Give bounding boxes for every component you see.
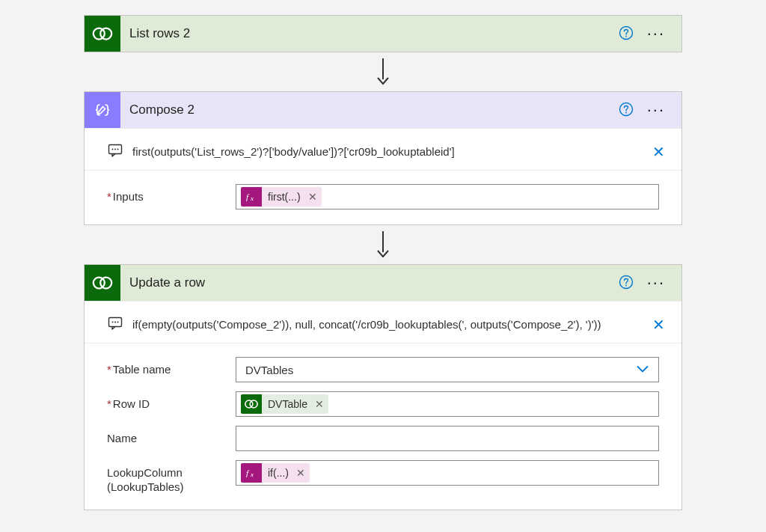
dataverse-icon: [241, 394, 262, 414]
field-label: Inputs: [107, 184, 227, 204]
comment-icon: [107, 142, 123, 161]
comment-text: first(outputs('List_rows_2')?['body/valu…: [132, 145, 643, 158]
svg-point-17: [625, 284, 627, 286]
name-field[interactable]: [236, 426, 659, 451]
help-icon[interactable]: [619, 25, 634, 43]
step-list-rows: List rows 2 ···: [84, 15, 682, 52]
lookup-field[interactable]: fx if(...) ✕: [236, 460, 659, 486]
svg-point-3: [625, 35, 627, 37]
remove-token-icon[interactable]: ✕: [313, 398, 328, 410]
select-value: DVTables: [245, 364, 293, 376]
token-expression[interactable]: fx if(...) ✕: [241, 463, 310, 483]
token-label: if(...): [262, 465, 295, 481]
table-name-select[interactable]: DVTables: [236, 357, 659, 382]
field-label: LookupColumn (LookupTables): [107, 460, 227, 495]
svg-point-20: [114, 322, 116, 323]
svg-point-10: [117, 149, 119, 150]
step-title: List rows 2: [120, 26, 619, 41]
field-name: Name: [85, 421, 681, 456]
token-expression[interactable]: fx first(...) ✕: [241, 187, 322, 207]
fx-icon: fx: [241, 463, 262, 483]
close-icon[interactable]: ✕: [652, 316, 665, 334]
remove-token-icon[interactable]: ✕: [295, 467, 310, 479]
svg-text:x: x: [250, 471, 254, 478]
step-header[interactable]: Compose 2 ···: [85, 92, 681, 128]
svg-point-1: [100, 28, 111, 40]
token-label: first(...): [262, 189, 307, 205]
field-row-id: Row ID DVTable ✕: [85, 387, 681, 421]
help-icon[interactable]: [619, 102, 634, 119]
help-icon[interactable]: [619, 275, 634, 292]
inputs-field[interactable]: fx first(...) ✕: [236, 184, 659, 210]
more-menu[interactable]: ···: [647, 25, 665, 42]
dataverse-icon: [85, 16, 120, 52]
more-menu[interactable]: ···: [647, 102, 665, 118]
svg-point-15: [100, 278, 111, 289]
field-label: Row ID: [107, 391, 227, 412]
more-menu[interactable]: ···: [647, 275, 665, 291]
step-compose: Compose 2 ··· first(outputs('List_rows_2…: [84, 91, 682, 225]
comment-row: first(outputs('List_rows_2')?['body/valu…: [85, 136, 681, 171]
field-lookup-column: LookupColumn (LookupTables) fx if(...) ✕: [85, 456, 681, 499]
svg-point-23: [250, 400, 257, 408]
svg-point-9: [114, 149, 116, 150]
step-title: Update a row: [120, 275, 619, 290]
svg-text:f: f: [246, 468, 250, 477]
field-label: Table name: [107, 357, 227, 377]
svg-point-8: [112, 149, 114, 150]
row-id-field[interactable]: DVTable ✕: [236, 391, 659, 417]
field-inputs: Inputs fx first(...) ✕: [85, 180, 681, 214]
token-dataverse[interactable]: DVTable ✕: [241, 394, 328, 414]
svg-text:x: x: [250, 195, 254, 202]
svg-point-6: [625, 111, 627, 113]
svg-point-21: [117, 322, 119, 323]
field-table-name: Table name DVTables: [85, 352, 681, 387]
step-header[interactable]: Update a row ···: [85, 265, 681, 301]
close-icon[interactable]: ✕: [652, 143, 665, 161]
fx-icon: fx: [241, 187, 262, 207]
svg-text:f: f: [246, 192, 250, 201]
step-header[interactable]: List rows 2 ···: [85, 16, 681, 52]
flow-arrow: [0, 52, 766, 91]
compose-icon: [85, 92, 120, 128]
field-label: Name: [107, 426, 227, 446]
chevron-down-icon: [636, 364, 649, 376]
step-title: Compose 2: [120, 103, 619, 117]
comment-row: if(empty(outputs('Compose_2')), null, co…: [85, 309, 681, 343]
comment-text: if(empty(outputs('Compose_2')), null, co…: [132, 318, 643, 331]
flow-arrow: [0, 225, 766, 264]
comment-icon: [107, 315, 123, 334]
token-label: DVTable: [262, 396, 313, 412]
svg-point-19: [112, 322, 114, 323]
step-update-row: Update a row ··· if(empty(outputs('Compo…: [84, 264, 682, 510]
remove-token-icon[interactable]: ✕: [307, 191, 322, 203]
dataverse-icon: [85, 265, 120, 301]
